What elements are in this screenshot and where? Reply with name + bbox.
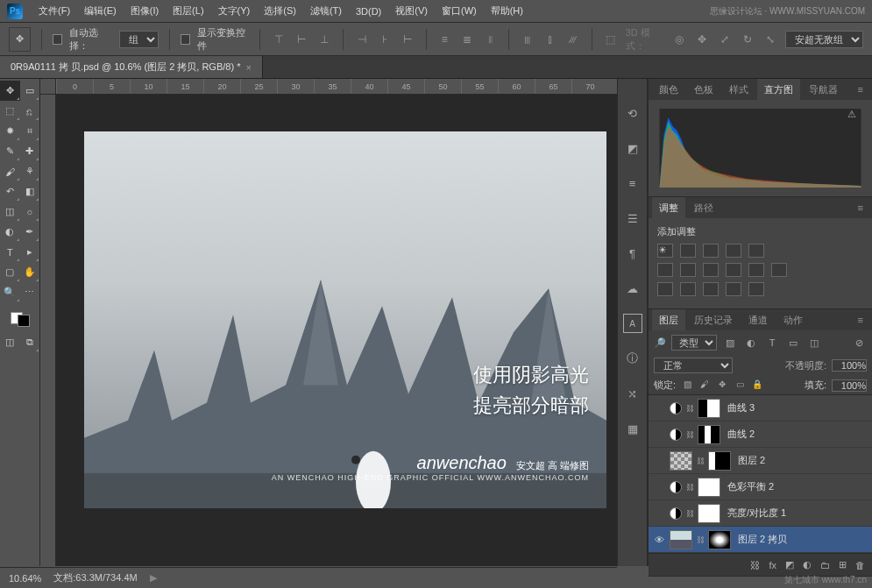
tab-channels[interactable]: 通道 — [741, 309, 775, 330]
current-tool-indicator[interactable]: ✥ — [9, 27, 31, 52]
vibrance-adjust-icon[interactable] — [748, 244, 764, 258]
layer-name[interactable]: 曲线 2 — [727, 428, 755, 441]
3d-rotate-icon[interactable]: ↻ — [740, 31, 755, 48]
photo-filter-icon[interactable] — [726, 263, 741, 277]
layer-thumb[interactable] — [670, 530, 692, 549]
brightness-adjust-icon[interactable]: ☀ — [657, 244, 673, 258]
tab-adjustments[interactable]: 调整 — [652, 197, 685, 218]
artboard-tool[interactable]: ▭ — [20, 81, 40, 101]
3d-icon[interactable]: ⬚ — [603, 31, 619, 48]
marquee-tool[interactable]: ⬚ — [0, 101, 20, 121]
layer-name[interactable]: 色彩平衡 2 — [727, 480, 774, 493]
ruler-origin[interactable] — [40, 79, 56, 95]
distribute-5-icon[interactable]: ⫿ — [542, 31, 558, 48]
dodge-tool[interactable]: ◐ — [0, 222, 20, 242]
rectangle-tool[interactable]: ▢ — [0, 262, 20, 282]
layer-mask-thumb[interactable] — [698, 478, 720, 497]
zoom-tool[interactable]: 🔍 — [0, 282, 20, 302]
status-menu-icon[interactable]: ▶ — [150, 572, 157, 584]
new-group-icon[interactable]: 🗀 — [820, 560, 830, 570]
menu-filter[interactable]: 滤镜(T) — [303, 4, 349, 18]
menu-file[interactable]: 文件(F) — [32, 4, 77, 18]
mixer-adjust-icon[interactable] — [748, 263, 764, 277]
invert-adjust-icon[interactable] — [657, 282, 673, 296]
layer-fx-icon[interactable]: fx — [769, 560, 776, 570]
layer-thumb[interactable] — [670, 451, 692, 471]
show-transform-checkbox[interactable] — [181, 34, 190, 45]
new-layer-icon[interactable]: ⊞ — [839, 559, 847, 570]
threshold-adjust-icon[interactable] — [703, 282, 719, 296]
horizontal-ruler[interactable]: 0510152025303540455055606570 — [56, 79, 617, 95]
brush-tool[interactable]: 🖌 — [0, 161, 20, 181]
layer-mask-thumb[interactable] — [698, 425, 720, 444]
distribute-2-icon[interactable]: ≣ — [459, 31, 475, 48]
tab-actions[interactable]: 动作 — [776, 309, 810, 330]
libraries-panel-icon[interactable]: ▦ — [623, 419, 642, 438]
crop-tool[interactable]: ⌗ — [20, 121, 40, 141]
layer-row[interactable]: ⛓ 图层 2 — [649, 448, 872, 474]
menu-view[interactable]: 视图(V) — [388, 4, 435, 18]
layer-link-icon[interactable]: ⛓ — [696, 457, 705, 465]
panel-menu-icon[interactable]: ≡ — [853, 202, 868, 213]
eraser-tool[interactable]: ◧ — [20, 181, 40, 202]
paragraph-panel-icon[interactable]: ¶ — [623, 244, 642, 263]
layer-name[interactable]: 图层 2 — [738, 454, 765, 467]
align-hcenter-icon[interactable]: ⊦ — [377, 31, 393, 48]
align-vcenter-icon[interactable]: ⊢ — [294, 31, 309, 48]
properties-panel-icon[interactable]: ◩ — [623, 138, 642, 158]
eyedropper-tool[interactable]: ✎ — [0, 141, 20, 161]
opacity-input[interactable] — [832, 359, 867, 372]
filter-smart-icon[interactable]: ◫ — [806, 337, 822, 349]
brush-settings-icon[interactable]: ≡ — [623, 174, 642, 193]
layer-name[interactable]: 亮度/对比度 1 — [727, 507, 786, 520]
screen-mode-tool[interactable]: ⧉ — [20, 332, 40, 352]
auto-select-dropdown[interactable]: 组 — [119, 31, 159, 48]
lock-transparent-icon[interactable]: ▨ — [681, 379, 693, 392]
vertical-ruler[interactable] — [40, 95, 56, 566]
move-tool[interactable]: ✥ — [0, 81, 20, 101]
filter-toggle-icon[interactable]: ⊘ — [851, 337, 867, 349]
tab-swatches[interactable]: 色板 — [687, 79, 720, 100]
color-swatches[interactable] — [0, 309, 39, 327]
3d-pan-icon[interactable]: ✥ — [694, 31, 710, 48]
document-tab[interactable]: 0R9A0111 拷 贝.psd @ 10.6% (图层 2 拷贝, RGB/8… — [0, 56, 263, 78]
layer-name[interactable]: 图层 2 拷贝 — [738, 533, 787, 546]
layer-row[interactable]: ⛓ 色彩平衡 2 — [649, 474, 872, 500]
lock-artboard-icon[interactable]: ▭ — [734, 379, 746, 392]
layer-link-icon[interactable]: ⛓ — [685, 404, 694, 413]
hand-tool[interactable]: ✋ — [20, 262, 40, 282]
align-top-icon[interactable]: ⊤ — [271, 31, 287, 48]
tab-layers[interactable]: 图层 — [652, 309, 685, 330]
layer-name[interactable]: 曲线 3 — [727, 401, 755, 414]
spot-heal-tool[interactable]: ✚ — [20, 141, 40, 161]
levels-adjust-icon[interactable] — [680, 244, 696, 258]
histogram-warning-icon[interactable]: ⚠ — [847, 109, 856, 120]
layer-row[interactable]: 👁 ⛓ 图层 2 拷贝 — [649, 527, 872, 553]
layer-row[interactable]: ⛓ 曲线 2 — [649, 422, 872, 448]
tab-paths[interactable]: 路径 — [687, 197, 720, 218]
zoom-level[interactable]: 10.64% — [9, 573, 41, 584]
link-layers-icon[interactable]: ⛓ — [750, 560, 760, 570]
layer-row[interactable]: ⛓ 亮度/对比度 1 — [649, 500, 872, 527]
stamp-tool[interactable]: ⚘ — [20, 161, 40, 181]
align-bottom-icon[interactable]: ⊥ — [316, 31, 332, 48]
layer-list[interactable]: ⛓ 曲线 3 ⛓ 曲线 2 ⛓ 图层 2 — [649, 395, 872, 553]
info-panel-icon[interactable]: ⓘ — [623, 349, 642, 368]
filter-pixel-icon[interactable]: ▨ — [722, 337, 738, 349]
doc-size[interactable]: 文档:63.3M/734.4M — [53, 571, 137, 584]
character-panel-icon[interactable]: A — [623, 314, 642, 333]
posterize-adjust-icon[interactable] — [680, 282, 696, 296]
layer-mask-thumb[interactable] — [708, 451, 731, 471]
tab-navigator[interactable]: 导航器 — [802, 79, 845, 100]
lock-image-icon[interactable]: 🖌 — [698, 379, 711, 392]
history-panel-icon[interactable]: ⟲ — [623, 103, 642, 123]
layer-mask-thumb[interactable] — [698, 399, 720, 418]
tab-styles[interactable]: 样式 — [722, 79, 755, 100]
panel-menu-icon[interactable]: ≡ — [853, 84, 868, 95]
lock-position-icon[interactable]: ✥ — [716, 379, 728, 392]
distribute-4-icon[interactable]: ⫼ — [520, 31, 535, 48]
workspace-preset-dropdown[interactable]: 安超无敌组 — [785, 31, 863, 48]
layer-link-icon[interactable]: ⛓ — [685, 483, 694, 492]
menu-layer[interactable]: 图层(L) — [166, 4, 210, 18]
brushes-panel-icon[interactable]: ☰ — [623, 209, 642, 228]
